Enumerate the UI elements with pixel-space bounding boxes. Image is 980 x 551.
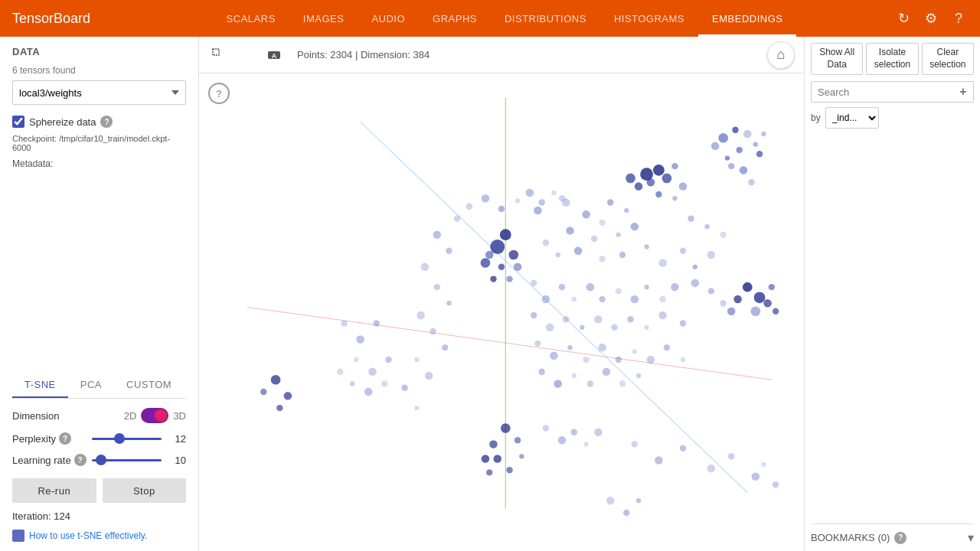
dimension-label: Dimension	[12, 410, 89, 422]
tsne-link[interactable]: How to use t-SNE effectively.	[29, 530, 147, 541]
rerun-button[interactable]: Re-run	[12, 478, 96, 503]
svg-point-111	[446, 248, 452, 254]
svg-point-49	[599, 220, 605, 226]
svg-point-83	[546, 324, 554, 332]
show-all-button[interactable]: Show AllData	[811, 43, 863, 75]
svg-point-104	[572, 373, 577, 378]
svg-point-139	[728, 453, 734, 459]
svg-point-86	[594, 315, 603, 324]
clear-selection-button[interactable]: Clearselection	[922, 43, 974, 75]
svg-point-105	[587, 380, 593, 386]
svg-point-45	[534, 207, 542, 215]
svg-point-33	[514, 263, 522, 272]
svg-point-57	[574, 246, 583, 255]
svg-point-35	[506, 276, 512, 282]
sphereize-checkbox[interactable]	[12, 116, 24, 128]
svg-point-67	[720, 231, 726, 237]
learning-rate-help-icon[interactable]: ?	[74, 454, 87, 466]
svg-point-146	[271, 375, 281, 385]
svg-point-145	[636, 498, 641, 503]
stop-button[interactable]: Stop	[103, 478, 187, 503]
nav-audio[interactable]: AUDIO	[358, 0, 419, 37]
svg-point-108	[636, 373, 641, 378]
svg-point-72	[542, 295, 550, 304]
search-by-select[interactable]: _ind... _index _label _vector	[825, 107, 879, 129]
help-icon[interactable]: ?	[949, 9, 968, 28]
svg-line-5	[361, 122, 748, 493]
svg-point-28	[500, 229, 511, 240]
svg-point-32	[498, 264, 505, 270]
learning-rate-slider-container	[92, 459, 162, 461]
brand-logo: TensorBoard	[12, 11, 90, 27]
home-button[interactable]: ⌂	[767, 41, 795, 69]
svg-point-76	[599, 296, 605, 302]
svg-point-95	[583, 357, 589, 363]
dimension-toggle-switch[interactable]	[141, 408, 168, 423]
svg-point-132	[571, 429, 577, 435]
night-mode-icon[interactable]	[236, 44, 257, 66]
svg-point-26	[626, 174, 635, 184]
svg-point-89	[644, 325, 648, 330]
svg-point-10	[725, 155, 730, 160]
nav-embeddings[interactable]: EMBEDDINGS	[698, 0, 796, 37]
svg-point-12	[753, 142, 758, 147]
nav-scalars[interactable]: SCALARS	[213, 0, 289, 37]
svg-point-7	[732, 127, 738, 133]
svg-point-114	[446, 301, 451, 305]
svg-point-92	[534, 341, 541, 347]
nav-distributions[interactable]: DISTRIBUTIONS	[491, 0, 600, 37]
nav-links: SCALARS IMAGES AUDIO GRAPHS DISTRIBUTION…	[115, 0, 894, 37]
svg-point-130	[543, 425, 549, 431]
label-icon[interactable]: A	[263, 44, 285, 66]
svg-point-110	[433, 230, 441, 239]
bookmarks-help-icon[interactable]: ?	[894, 532, 906, 544]
svg-point-94	[567, 345, 572, 350]
tab-tsne[interactable]: T-SNE	[12, 373, 68, 398]
isolate-selection-button[interactable]: Isolateselection	[866, 43, 918, 75]
svg-point-66	[704, 224, 709, 229]
dimension-toggle: 2D 3D	[124, 408, 186, 423]
perplexity-help-icon[interactable]: ?	[59, 432, 71, 445]
tensors-found-label: 6 tensors found	[12, 65, 186, 76]
svg-point-137	[680, 445, 686, 452]
bookmarks-expand-icon[interactable]: ▾	[968, 530, 974, 545]
svg-point-88	[627, 316, 633, 322]
svg-point-29	[490, 240, 505, 254]
learning-rate-slider[interactable]	[92, 459, 162, 461]
perplexity-slider[interactable]	[92, 438, 162, 440]
svg-point-107	[619, 380, 626, 386]
selection-box-icon[interactable]	[208, 44, 230, 66]
nav-histograms[interactable]: HISTOGRAMS	[600, 0, 698, 37]
nav-images[interactable]: IMAGES	[289, 0, 358, 37]
svg-point-163	[515, 198, 520, 203]
tab-custom[interactable]: CUSTOM	[114, 373, 184, 398]
svg-point-141	[761, 462, 766, 467]
refresh-icon[interactable]: ↻	[894, 9, 913, 28]
settings-icon[interactable]: ⚙	[922, 9, 940, 28]
main-layout: DATA 6 tensors found local3/weights Sphe…	[0, 37, 980, 551]
svg-point-73	[559, 284, 565, 290]
scatter-plot[interactable]	[199, 73, 804, 541]
svg-point-74	[572, 297, 577, 302]
learning-rate-control: Learning rate ? 10	[12, 454, 186, 466]
nav-graphs[interactable]: GRAPHS	[419, 0, 491, 37]
svg-point-31	[485, 251, 494, 259]
svg-point-30	[508, 250, 518, 260]
svg-point-166	[551, 191, 556, 195]
svg-point-100	[664, 344, 670, 350]
svg-point-118	[414, 357, 419, 362]
svg-point-143	[606, 497, 615, 505]
svg-point-36	[490, 276, 496, 282]
search-input[interactable]	[811, 81, 974, 103]
sidebar: DATA 6 tensors found local3/weights Sphe…	[0, 37, 199, 551]
svg-point-18	[653, 165, 665, 176]
nav-icons: ↻ ⚙ ?	[894, 9, 968, 28]
svg-point-40	[769, 284, 775, 290]
svg-point-162	[498, 206, 505, 212]
search-add-button[interactable]: +	[954, 83, 972, 101]
tensor-select[interactable]: local3/weights	[12, 80, 186, 105]
sphereize-label: Sphereize data	[29, 116, 96, 128]
tab-pca[interactable]: PCA	[68, 373, 114, 398]
sphereize-help-icon[interactable]: ?	[100, 116, 113, 128]
svg-point-38	[754, 292, 766, 303]
